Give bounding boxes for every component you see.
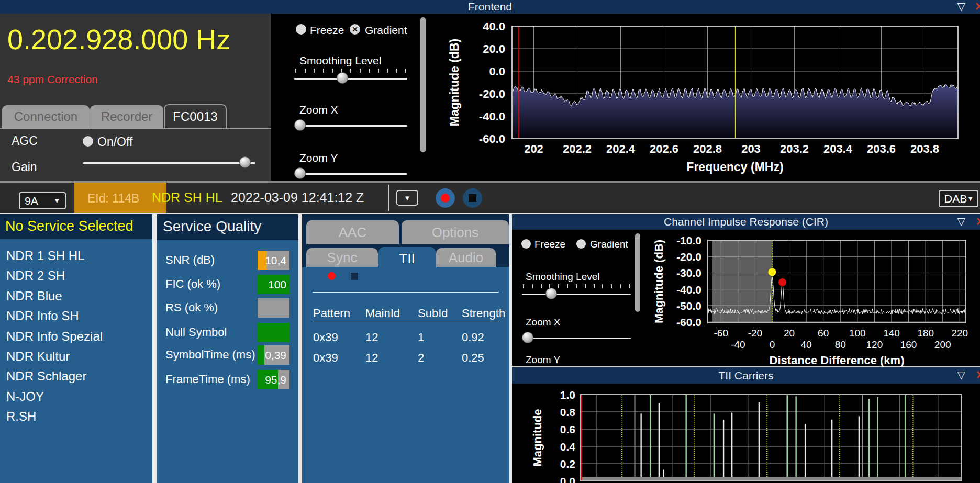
- service-item[interactable]: NDR 1 SH HL: [0, 246, 152, 266]
- tuner-tab-recorder[interactable]: Recorder: [90, 105, 163, 128]
- frontend-zoomx-label: Zoom X: [299, 104, 338, 116]
- mode-combobox[interactable]: DAB ▼: [939, 190, 978, 207]
- tab-underline: [0, 128, 271, 129]
- tii-record-dot-icon[interactable]: [328, 272, 336, 280]
- agc-label: AGC: [12, 134, 38, 148]
- toolbar-divider: [388, 185, 389, 211]
- sq-bar-value: 100: [268, 275, 286, 294]
- service-item[interactable]: NDR Info SH: [0, 306, 152, 326]
- sq-bar-green: 100: [258, 275, 289, 294]
- svg-text:203.2: 203.2: [780, 142, 809, 155]
- svg-text:203.4: 203.4: [823, 142, 853, 155]
- service-item[interactable]: R.SH: [0, 407, 152, 426]
- stop-button[interactable]: [463, 188, 482, 208]
- frontend-zoomy-handle[interactable]: [294, 167, 306, 179]
- svg-text:-20.0: -20.0: [479, 87, 505, 100]
- svg-text:0.4: 0.4: [560, 441, 576, 453]
- content-divider: [313, 292, 499, 293]
- ensemble-toolbar: 9A ▼ EId: 114B NDR SH HL 2022-03-09 12:4…: [0, 181, 980, 213]
- service-item[interactable]: NDR Kultur: [0, 346, 152, 366]
- panel-divider: [152, 214, 157, 483]
- close-panel-icon[interactable]: ✕: [976, 369, 980, 381]
- tuner-tab-fc0013[interactable]: FC0013: [164, 104, 227, 128]
- tii-col-header: Pattern: [313, 307, 350, 320]
- frontend-controls-scrollbar[interactable]: [420, 17, 426, 152]
- frontend-gradient-radio[interactable]: ✕: [350, 24, 360, 35]
- chevron-down-icon: ▼: [53, 197, 60, 205]
- tab-aac[interactable]: AAC: [306, 220, 399, 244]
- frontend-zoomx-track[interactable]: [294, 125, 407, 127]
- stop-square-icon: [469, 194, 476, 202]
- svg-text:20: 20: [784, 328, 795, 339]
- svg-text:40: 40: [801, 339, 812, 350]
- svg-text:0.0: 0.0: [489, 65, 505, 78]
- svg-text:0.8: 0.8: [560, 406, 576, 418]
- svg-text:203.8: 203.8: [910, 142, 939, 155]
- sq-row-label: FrameTime (ms): [165, 373, 250, 386]
- svg-text:203.6: 203.6: [867, 142, 896, 155]
- svg-text:-60.0: -60.0: [676, 316, 701, 328]
- frontend-controls-panel: Freeze ✕ Gradient Smoothing Level Zoom X…: [271, 14, 429, 181]
- channel-combobox[interactable]: 9A ▼: [19, 192, 66, 209]
- frontend-freeze-radio[interactable]: [296, 24, 306, 35]
- svg-text:200: 200: [934, 339, 951, 350]
- svg-text:0: 0: [770, 339, 775, 350]
- service-item[interactable]: NDR Schlager: [0, 366, 152, 386]
- svg-text:-40: -40: [731, 339, 745, 350]
- chevron-down-icon: ▼: [404, 194, 411, 202]
- dab-decoder-window: Frontend ▽ ✕ 0.202.928.000 Hz 43 ppm Cor…: [0, 0, 980, 483]
- agc-radio[interactable]: [83, 136, 93, 147]
- sq-row-label: SymbolTime (ms): [165, 348, 255, 362]
- record-button[interactable]: [436, 188, 455, 208]
- tii-cell: 12: [365, 351, 378, 365]
- tab-audio[interactable]: Audio: [436, 248, 496, 267]
- frontend-zoomx-slider[interactable]: [294, 118, 407, 137]
- svg-text:1.0: 1.0: [560, 389, 575, 401]
- frontend-smoothing-slider[interactable]: [294, 71, 407, 89]
- utc-datetime-label: 2022-03-09 12:41:12 Z: [231, 190, 364, 205]
- gain-slider[interactable]: [83, 155, 255, 174]
- svg-text:-60: -60: [714, 328, 728, 339]
- lower-area: No Service Selected NDR 1 SH HLNDR 2 SHN…: [0, 213, 980, 483]
- svg-text:40.0: 40.0: [483, 20, 505, 33]
- collapse-panel-icon[interactable]: ▽: [957, 369, 965, 380]
- frontend-spectrum-plot: 40.020.00.0-20.0-40.0-60.0202202.2202.42…: [429, 14, 980, 181]
- frontend-zoomx-handle[interactable]: [294, 119, 306, 131]
- tii-stop-square-icon[interactable]: [351, 273, 358, 280]
- frontend-smoothing-handle[interactable]: [337, 72, 348, 84]
- service-item[interactable]: NDR 2 SH: [0, 266, 152, 286]
- service-list-panel: No Service Selected NDR 1 SH HLNDR 2 SHN…: [0, 214, 152, 483]
- detail-tabs-panel: AACOptionsSyncTIIAudio PatternMainIdSubI…: [302, 214, 509, 483]
- service-quality-header: Service Quality: [157, 214, 298, 240]
- sq-bar-value: 0,39: [265, 345, 286, 365]
- tab-sync[interactable]: Sync: [306, 248, 378, 267]
- svg-text:202.6: 202.6: [650, 142, 678, 155]
- close-panel-icon[interactable]: ✕: [975, 1, 980, 13]
- svg-text:Magnitude: Magnitude: [531, 409, 544, 467]
- service-item[interactable]: NDR Info Spezial: [0, 327, 152, 346]
- svg-text:202.2: 202.2: [563, 142, 592, 155]
- tii-cell: 0x39: [313, 351, 338, 365]
- sq-bar-value: 95,9: [265, 370, 286, 389]
- gain-slider-handle[interactable]: [239, 156, 251, 168]
- tuner-tab-connection[interactable]: Connection: [2, 105, 90, 128]
- tab-tii[interactable]: TII: [378, 247, 436, 270]
- tii-tab-content: PatternMainIdSubIdStrength0x391210.920x3…: [302, 267, 509, 483]
- collapse-panel-icon[interactable]: ▽: [957, 1, 965, 12]
- frontend-smoothing-track[interactable]: [294, 78, 407, 80]
- recorder-dropdown-button[interactable]: ▼: [396, 190, 418, 206]
- svg-text:-60.0: -60.0: [479, 132, 505, 145]
- service-item[interactable]: N-JOY: [0, 387, 152, 407]
- frontend-smoothing-label: Smoothing Level: [299, 54, 381, 67]
- eid-label: EId: 114B: [87, 192, 139, 206]
- cir-plot: -10.0-20.0-30.0-40.0-50.0-60.0-60-40-200…: [512, 214, 980, 366]
- frontend-zoomy-track[interactable]: [294, 173, 407, 175]
- tii-cell: 0x39: [313, 331, 338, 344]
- panel-divider: [298, 214, 302, 483]
- tab-options[interactable]: Options: [402, 220, 509, 244]
- service-item[interactable]: NDR Blue: [0, 286, 152, 306]
- svg-text:60: 60: [818, 328, 829, 339]
- tii-cell: 2: [418, 351, 424, 365]
- gain-slider-track[interactable]: [83, 162, 255, 164]
- sq-row-label: FIC (ok %): [165, 277, 220, 291]
